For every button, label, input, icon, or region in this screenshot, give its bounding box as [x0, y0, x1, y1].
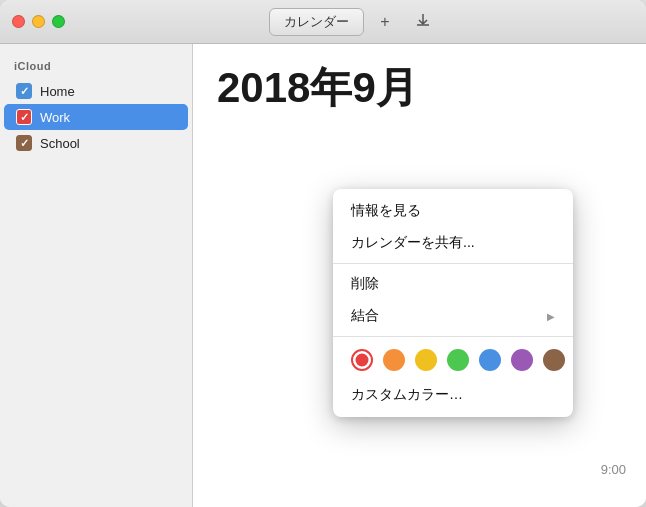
- checkbox-school: ✓: [16, 135, 32, 151]
- menu-divider-2: [333, 336, 573, 337]
- context-menu: 情報を見る カレンダーを共有... 削除 結合 ▶: [333, 189, 573, 417]
- sidebar-item-school[interactable]: ✓ School: [4, 130, 188, 156]
- sidebar: iCloud ✓ Home ✓ Work ✓ School: [0, 44, 193, 507]
- close-button[interactable]: [12, 15, 25, 28]
- merge-arrow-icon: ▶: [547, 311, 555, 322]
- sidebar-label-work: Work: [40, 110, 70, 125]
- menu-item-delete[interactable]: 削除: [333, 268, 573, 300]
- checkbox-home: ✓: [16, 83, 32, 99]
- color-brown[interactable]: [543, 349, 565, 371]
- color-purple[interactable]: [511, 349, 533, 371]
- calendar-header: 2018年9月: [193, 44, 646, 124]
- menu-item-info[interactable]: 情報を見る: [333, 195, 573, 227]
- color-green[interactable]: [447, 349, 469, 371]
- traffic-lights: [12, 15, 65, 28]
- sidebar-item-home[interactable]: ✓ Home: [4, 78, 188, 104]
- color-orange[interactable]: [383, 349, 405, 371]
- color-picker-row: [333, 341, 573, 379]
- color-yellow[interactable]: [415, 349, 437, 371]
- titlebar-center: カレンダー +: [269, 7, 439, 37]
- app-window: カレンダー + iCloud ✓ Home ✓ Work ✓: [0, 0, 646, 507]
- sidebar-item-work[interactable]: ✓ Work: [4, 104, 188, 130]
- time-label: 9:00: [601, 462, 626, 477]
- main-content: iCloud ✓ Home ✓ Work ✓ School 2018年9月 9:…: [0, 44, 646, 507]
- color-red[interactable]: [351, 349, 373, 371]
- sidebar-label-home: Home: [40, 84, 75, 99]
- calendar-button[interactable]: カレンダー: [269, 8, 364, 36]
- menu-item-merge[interactable]: 結合 ▶: [333, 300, 573, 332]
- checkbox-work: ✓: [16, 109, 32, 125]
- titlebar: カレンダー +: [0, 0, 646, 44]
- minimize-button[interactable]: [32, 15, 45, 28]
- download-button[interactable]: [406, 7, 440, 37]
- menu-item-share[interactable]: カレンダーを共有...: [333, 227, 573, 259]
- color-blue[interactable]: [479, 349, 501, 371]
- sidebar-section-icloud: iCloud: [0, 56, 192, 78]
- menu-item-custom-color[interactable]: カスタムカラー…: [333, 379, 573, 411]
- sidebar-label-school: School: [40, 136, 80, 151]
- maximize-button[interactable]: [52, 15, 65, 28]
- add-event-button[interactable]: +: [372, 9, 397, 35]
- menu-divider-1: [333, 263, 573, 264]
- calendar-content: 2018年9月 9:00 情報を見る カレンダーを共有... 削除 結合 ▶: [193, 44, 646, 507]
